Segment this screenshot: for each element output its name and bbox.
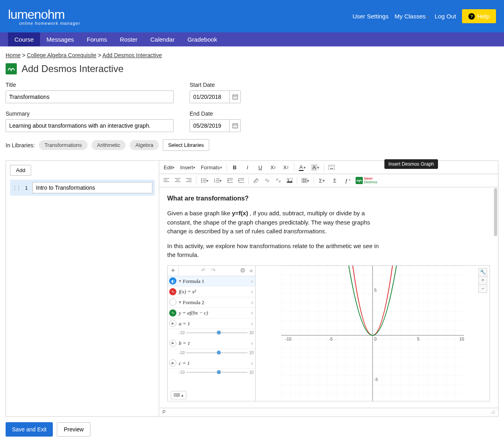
scrollbar[interactable] — [494, 188, 497, 236]
graph-keyboard-button[interactable]: ⌨ ▴ — [171, 391, 186, 399]
help-button[interactable]: ?Help — [462, 9, 496, 23]
insert-desmos-button[interactable]: New!Desmos — [356, 177, 377, 184]
log-out-link[interactable]: Log Out — [435, 13, 456, 20]
image-button[interactable] — [284, 176, 295, 185]
start-date-input[interactable] — [190, 90, 230, 103]
start-date-calendar-button[interactable] — [230, 90, 241, 103]
slider-row[interactable]: ▶ a = 1 × — [168, 319, 255, 329]
close-icon[interactable]: × — [250, 320, 254, 328]
italic-button[interactable]: I — [241, 162, 254, 173]
close-icon[interactable]: × — [250, 309, 254, 317]
bold-button[interactable]: B — [228, 162, 241, 173]
wrench-button[interactable]: 🔧 — [479, 269, 487, 277]
breadcrumb-home[interactable]: Home — [6, 52, 20, 58]
outdent-button[interactable] — [224, 176, 236, 185]
insert-menu[interactable]: Insert — [177, 162, 198, 172]
align-right-button[interactable] — [183, 176, 194, 185]
save-button[interactable]: Save and Exit — [6, 422, 53, 437]
svg-rect-51 — [302, 178, 307, 183]
slide-item[interactable]: ⋮⋮ 1 — [10, 180, 155, 196]
nav-calendar[interactable]: Calendar — [144, 32, 181, 46]
zoom-out-button[interactable]: − — [479, 285, 487, 293]
slider-row[interactable]: ▶ b = 1 × — [168, 338, 255, 349]
svg-rect-16 — [328, 165, 335, 170]
slider-row[interactable]: ▶ c = 1 × — [168, 358, 255, 369]
number-list-button[interactable]: 123 — [211, 176, 224, 185]
collapse-button[interactable]: « — [247, 266, 255, 275]
play-icon[interactable]: ▶ — [169, 359, 176, 367]
nav-roster[interactable]: Roster — [114, 32, 144, 46]
table-button[interactable] — [299, 176, 312, 185]
graph-canvas[interactable]: -10 -5 0 5 10 5 -5 🔧 + — [256, 266, 490, 401]
resize-handle[interactable] — [491, 409, 495, 413]
text-color-button[interactable]: A — [296, 162, 309, 173]
redo-button[interactable]: ↷ — [211, 267, 216, 275]
end-date-calendar-button[interactable] — [230, 119, 241, 132]
close-icon[interactable]: × — [250, 278, 254, 286]
folder-row[interactable]: ◐ ▾ Formula 1 × — [168, 276, 255, 287]
slider-track[interactable]: -1010 — [168, 329, 255, 338]
nav-forums[interactable]: Forums — [80, 32, 114, 46]
page-title: Add Desmos Interactive — [22, 63, 124, 74]
zoom-in-button[interactable]: + — [479, 277, 487, 285]
formats-menu[interactable]: Formats — [198, 162, 225, 172]
library-tag[interactable]: Transformations — [39, 140, 87, 150]
edit-menu[interactable]: Edit — [161, 162, 177, 172]
svg-point-17 — [329, 166, 330, 166]
superscript-button[interactable]: X2 — [280, 162, 292, 173]
nav-messages[interactable]: Messages — [40, 32, 80, 46]
close-icon[interactable]: × — [250, 360, 254, 368]
align-center-button[interactable] — [172, 176, 183, 185]
expression-row[interactable]: ∿ y = af(bx − c) × — [168, 308, 255, 319]
add-slide-button[interactable]: Add — [10, 165, 31, 176]
end-date-input[interactable] — [190, 119, 230, 132]
close-icon[interactable]: × — [250, 340, 254, 348]
attachment-button[interactable] — [250, 176, 262, 185]
editor-content[interactable]: What are transformations? Given a base g… — [159, 187, 498, 408]
editor-toolbar: Edit Insert Formats B I U X2 X2 A A Inse… — [159, 161, 498, 174]
link-button[interactable] — [262, 176, 273, 185]
expression-row[interactable]: ∿ f(x) = x² × — [168, 287, 255, 297]
underline-button[interactable]: U — [254, 162, 267, 173]
unlink-button[interactable] — [273, 176, 284, 185]
breadcrumb-current[interactable]: Add Desmos Interactive — [102, 52, 162, 58]
bullet-list-button[interactable] — [198, 176, 211, 185]
content-heading: What are transformations? — [167, 194, 490, 203]
drag-handle-icon[interactable]: ⋮⋮ — [12, 185, 20, 190]
sigma-button[interactable]: Σ — [328, 175, 341, 186]
library-tag[interactable]: Algebra — [130, 140, 159, 150]
select-libraries-button[interactable]: Select Libraries — [163, 139, 209, 151]
highlight-color-button[interactable]: A — [308, 162, 322, 173]
user-settings-link[interactable]: User Settings — [352, 13, 388, 20]
undo-button[interactable]: ↶ — [201, 267, 206, 275]
slider-track[interactable]: -1010 — [168, 349, 255, 358]
indent-button[interactable] — [236, 176, 247, 185]
number-list-icon: 123 — [214, 178, 220, 183]
nav-course[interactable]: Course — [8, 32, 40, 46]
nav-gradebook[interactable]: Gradebook — [181, 32, 224, 46]
summary-input[interactable] — [6, 119, 174, 132]
preview-button[interactable]: Preview — [57, 422, 90, 437]
slider-track[interactable]: -1010 — [168, 369, 255, 378]
subscript-button[interactable]: X2 — [267, 162, 280, 173]
editor-panel: Edit Insert Formats B I U X2 X2 A A Inse… — [159, 161, 498, 416]
play-icon[interactable]: ▶ — [169, 340, 176, 347]
desmos-graph-embed[interactable]: + ↶ ↷ ⚙ « ◐ ▾ Formula 1 × — [167, 265, 490, 401]
align-left-button[interactable] — [161, 176, 172, 185]
sigma-plus-button[interactable]: Σ+ — [316, 175, 328, 186]
svg-point-2 — [234, 97, 234, 97]
folder-row[interactable]: ▾ Formula 2 × — [168, 297, 255, 308]
breadcrumb-course[interactable]: College Algebra Corequisite — [27, 52, 96, 58]
slide-name-input[interactable] — [32, 182, 152, 193]
library-tag[interactable]: Arithmetic — [92, 140, 126, 150]
svg-point-7 — [236, 98, 236, 98]
close-icon[interactable]: × — [250, 288, 254, 296]
keyboard-button[interactable] — [326, 163, 338, 172]
settings-button[interactable]: ⚙ — [238, 266, 247, 275]
title-input[interactable] — [6, 90, 174, 103]
function-button[interactable]: ƒ⁺ — [341, 175, 354, 186]
close-icon[interactable]: × — [250, 299, 254, 307]
add-expression-button[interactable]: + — [168, 265, 179, 276]
my-classes-link[interactable]: My Classes — [394, 13, 428, 20]
play-icon[interactable]: ▶ — [169, 320, 176, 327]
